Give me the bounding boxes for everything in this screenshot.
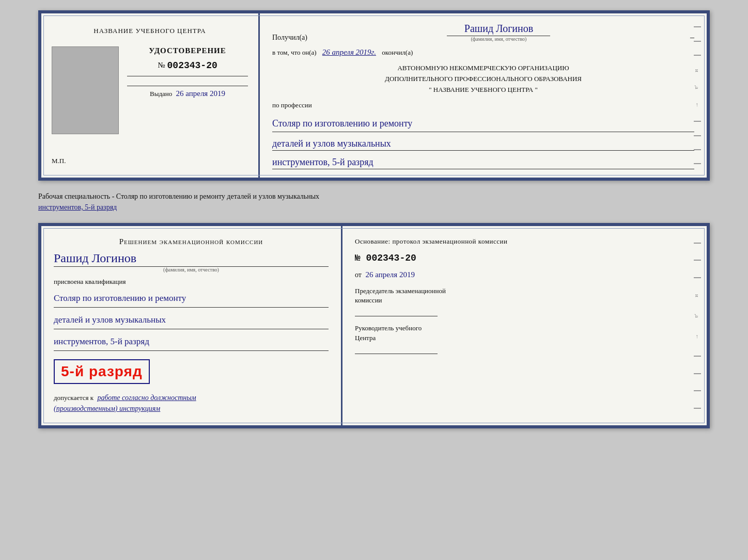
protocol-date-value: 26 апреля 2019 — [365, 270, 415, 279]
qualification-label: присвоена квалификация — [54, 278, 329, 286]
deco-dash-4 — [694, 121, 701, 122]
protocol-date: от 26 апреля 2019 — [355, 270, 694, 279]
profession-line3: инструментов, 5-й разряд — [272, 157, 694, 169]
person-subtitle: (фамилия, имя, отчество) — [54, 267, 329, 273]
deco-dash-1 — [694, 26, 701, 27]
between-label: Рабочая специальность - Столяр по изгото… — [38, 189, 710, 215]
deco-text-arrow: ← — [694, 102, 700, 108]
director-label: Руководитель учебного Центра — [355, 324, 694, 342]
received-label: Получил(а) — [272, 34, 307, 42]
bottom-document-card: Решением экаменационной комиссии Рашид Л… — [38, 223, 710, 428]
between-label-underline: инструментов, 5-й разряд — [38, 203, 117, 211]
bottom-card-right-decoration: и ,а ← — [692, 226, 703, 425]
recipient-line: Получил(а) Рашид Логинов (фамилия, имя, … — [272, 23, 694, 42]
person-name-large: Рашид Логинов — [54, 251, 329, 267]
qual-line1: Столяр по изготовлению и ремонту — [54, 291, 329, 308]
basis-title: Основание: протокол экзаменационной коми… — [355, 237, 694, 246]
допускается-line: допускается к работе согласно должностны… — [54, 392, 329, 414]
chairman-sig-line — [355, 308, 438, 316]
top-left-panel: НАЗВАНИЕ УЧЕБНОГО ЦЕНТРА УДОСТОВЕРЕНИЕ №… — [41, 13, 258, 178]
bottom-right-panel: Основание: протокол экзаменационной коми… — [342, 226, 707, 425]
bottom-deco-dash-3 — [694, 277, 701, 278]
bottom-deco-text-и: и — [694, 294, 700, 297]
org-line2: ДОПОЛНИТЕЛЬНОГО ПРОФЕССИОНАЛЬНОГО ОБРАЗО… — [272, 74, 694, 85]
допускается-prefix: допускается к — [54, 394, 93, 402]
deco-text-и: и — [694, 69, 700, 72]
deco-dash-7 — [694, 163, 701, 164]
qual-line2: деталей и узлов музыкальных — [54, 313, 329, 329]
decision-title: Решением экаменационной комиссии — [54, 237, 329, 246]
between-label-normal: Рабочая специальность - Столяр по изгото… — [38, 193, 319, 200]
bottom-deco-text-а: ,а — [694, 314, 700, 318]
bottom-deco-dash-7 — [694, 408, 701, 409]
issued-label: Выдано — [150, 90, 172, 98]
bottom-deco-dash-1 — [694, 243, 701, 244]
rank-text: 5-й разряд — [61, 363, 143, 379]
date-value: 26 апреля 2019г. — [322, 48, 376, 56]
deco-dash-6 — [694, 149, 701, 150]
rank-box: 5-й разряд — [54, 359, 150, 384]
profession-line2: деталей и узлов музыкальных — [272, 138, 694, 151]
top-right-panel: Получил(а) Рашид Логинов (фамилия, имя, … — [260, 13, 707, 178]
org-block: АВТОНОМНУЮ НЕКОММЕРЧЕСКУЮ ОРГАНИЗАЦИЮ ДО… — [272, 63, 694, 95]
photo-placeholder — [52, 46, 119, 134]
profession-line1: Столяр по изготовлению и ремонту — [272, 116, 694, 132]
допускается-italic2: (производственным) инструкциям — [54, 405, 160, 412]
допускается-italic1: работе согласно должностным — [97, 394, 196, 402]
cert-number-prefix: № — [158, 61, 165, 70]
deco-dash-3 — [694, 55, 701, 56]
org-line1: АВТОНОМНУЮ НЕКОММЕРЧЕСКУЮ ОРГАНИЗАЦИЮ — [272, 63, 694, 74]
date-prefix: в том, что он(а) — [272, 49, 317, 56]
cert-number: 002343-20 — [167, 60, 217, 71]
bottom-deco-dash-4 — [694, 356, 701, 357]
bottom-left-panel: Решением экаменационной комиссии Рашид Л… — [41, 226, 341, 425]
protocol-date-prefix: от — [355, 271, 362, 279]
date-line: в том, что он(а) 26 апреля 2019г. окончи… — [272, 48, 694, 57]
qual-line3: инструментов, 5-й разряд — [54, 334, 329, 351]
deco-dash-2 — [694, 41, 701, 42]
director-signature-block: Руководитель учебного Центра — [355, 324, 694, 354]
profession-label: по профессии — [272, 101, 694, 109]
org-line3: " НАЗВАНИЕ УЧЕБНОГО ЦЕНТРА " — [272, 85, 694, 95]
bottom-deco-text-arrow: ← — [694, 334, 700, 340]
chairman-label: Председатель экзаменационной комиссии — [355, 286, 694, 305]
issued-date: 26 апреля 2019 — [176, 89, 225, 98]
card-right-decoration: и ,а ← — [692, 13, 703, 178]
deco-dash-5 — [694, 135, 701, 136]
date-suffix: окончил(а) — [382, 49, 413, 56]
person-name-block: Рашид Логинов (фамилия, имя, отчество) — [54, 251, 329, 273]
chairman-signature-block: Председатель экзаменационной комиссии — [355, 286, 694, 316]
protocol-number: № 002343-20 — [355, 253, 694, 263]
cert-title: УДОСТОВЕРЕНИЕ — [127, 46, 248, 55]
cert-issued-line: Выдано 26 апреля 2019 — [127, 86, 248, 98]
mp-label: М.П. — [52, 157, 66, 165]
top-document-card: НАЗВАНИЕ УЧЕБНОГО ЦЕНТРА УДОСТОВЕРЕНИЕ №… — [38, 10, 710, 181]
bottom-deco-dash-2 — [694, 260, 701, 261]
training-center-name-top: НАЗВАНИЕ УЧЕБНОГО ЦЕНТРА — [93, 26, 206, 36]
deco-text-а: ,а — [694, 85, 700, 89]
director-sig-line — [355, 346, 438, 354]
recipient-name: Рашид Логинов — [447, 23, 550, 36]
recipient-subtitle: (фамилия, имя, отчество) — [311, 36, 686, 42]
bottom-deco-dash-6 — [694, 390, 701, 391]
bottom-deco-dash-5 — [694, 373, 701, 374]
